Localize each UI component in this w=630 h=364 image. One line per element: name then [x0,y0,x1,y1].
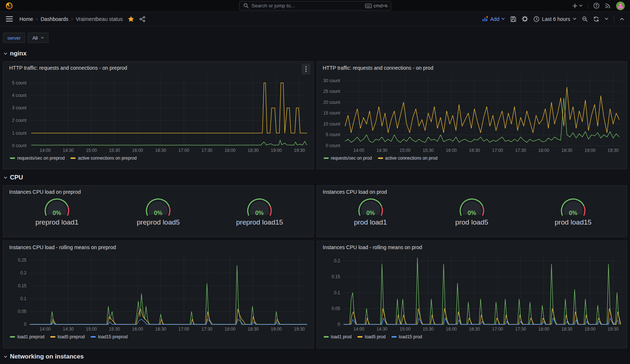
legend-item[interactable]: requests/sec on preprod [10,156,65,161]
breadcrumb-home[interactable]: Home [19,16,33,22]
series-line [30,319,307,324]
top-bar: cmd+k [0,0,630,12]
dashboard-settings-button[interactable] [522,16,528,22]
y-axis-tick: 0.2 [334,258,340,263]
x-axis-tick: 15:30 [109,327,120,332]
x-axis-tick: 16:30 [155,148,166,153]
time-range-picker[interactable]: Last 6 hours [534,16,576,22]
gauge-arc: 0% [357,197,385,218]
add-panel-button[interactable]: Add [482,16,505,22]
gauge-label: prod load15 [555,218,591,226]
x-axis-tick: 14:00 [353,327,364,332]
new-button[interactable] [572,3,583,8]
search-input[interactable]: cmd+k [239,1,391,11]
x-axis-tick: 17:00 [178,327,189,332]
save-dashboard-button[interactable] [510,16,516,22]
legend-item[interactable]: load5 preprod [50,334,85,339]
legend-item[interactable]: active connections on preprod [70,156,136,161]
panel-title[interactable]: Instances CPU load on preprod [6,188,310,196]
menu-toggle-button[interactable] [6,16,13,22]
panel-title[interactable]: Instances CPU load on prod [320,188,624,196]
panel-http-prod: HTTP traffic: requests and connections -… [317,61,627,169]
x-axis-tick: 18:00 [225,327,236,332]
y-axis-tick: 25 count [323,89,340,94]
legend-item[interactable]: load1 preprod [10,334,44,339]
x-axis-tick: 19:00 [271,148,282,153]
variable-label-server[interactable]: server [3,33,25,43]
x-axis-tick: 14:30 [63,148,74,153]
x-axis-tick: 19:30 [607,327,618,332]
breadcrumb-dashboards[interactable]: Dashboards [41,16,69,22]
gauge-arc: 0% [458,197,486,218]
refresh-interval-dropdown[interactable] [605,18,608,20]
panel-title[interactable]: HTTP traffic: requests and connections -… [320,64,624,72]
legend-swatch [50,336,55,338]
chart-legend: requests/sec on preprodactive connection… [6,154,310,161]
legend-swatch [392,336,397,338]
y-axis-tick: 0.15 [331,274,340,279]
variable-value-dropdown[interactable]: All [28,33,48,43]
panel-menu-button[interactable] [302,63,310,74]
chart-canvas[interactable]: 00.050.10.150.20.2514:0014:3015:0015:301… [6,251,310,333]
row-header-nginx[interactable]: nginx [4,49,627,58]
gauge-value: 0% [154,210,163,216]
legend-item[interactable]: requests/sec on prod [324,156,372,161]
breadcrumb: Home › Dashboards › Vraimentbeau status [19,16,123,22]
clock-icon [534,16,539,22]
y-axis-tick: 15 count [323,110,340,116]
x-axis-tick: 17:30 [201,327,212,332]
x-axis-tick: 15:30 [422,148,433,153]
y-axis-tick: 0 [24,322,26,327]
y-axis-tick: 3 count [12,105,27,110]
legend-item[interactable]: load5 prod [357,334,386,339]
gauge-arc: 0% [144,197,172,218]
collapse-toolbar-button[interactable] [620,18,624,21]
search-field[interactable] [252,3,362,8]
add-panel-icon [482,16,488,22]
y-axis-tick: 0.15 [18,283,27,288]
x-axis-tick: 17:00 [492,327,503,332]
row-header-networking[interactable]: Networking on instances [4,352,627,361]
legend-item[interactable]: active connections on prod [378,156,438,161]
y-axis-tick: 0 count [325,143,340,148]
x-axis-tick: 19:00 [584,148,595,153]
share-button[interactable] [139,16,145,22]
gauge-value: 0% [255,210,264,216]
row-header-cpu[interactable]: CPU [4,173,627,182]
panel-title[interactable]: Instances CPU load - rolling means on pr… [6,243,310,251]
chart-canvas[interactable]: 00.050.10.150.214:0014:3015:0015:3016:00… [320,251,624,333]
variables-row: server All [3,26,627,48]
legend-label: load1 preprod [17,334,44,339]
gauge: 0%preprod load1 [6,196,108,226]
chart-canvas[interactable]: 0 count5 count10 count15 count20 count25… [320,72,624,154]
x-axis-tick: 18:30 [561,148,572,153]
series-line [343,258,620,324]
legend-swatch [91,336,96,338]
legend-item[interactable]: load15 prod [392,334,422,339]
legend-label: load15 preprod [98,334,128,339]
x-axis-tick: 19:30 [294,327,305,332]
y-axis-tick: 0.1 [20,296,26,301]
favorite-star-button[interactable] [128,16,134,22]
zoom-out-button[interactable] [582,16,588,22]
x-axis-tick: 15:00 [86,148,97,153]
news-rss-button[interactable] [605,3,611,9]
panel-title[interactable]: HTTP traffic: requests and connections -… [6,64,310,72]
panel-title[interactable]: Instances CPU load - rolling means on pr… [320,243,624,251]
x-axis-tick: 14:30 [63,327,74,332]
grafana-logo[interactable] [5,2,13,10]
x-axis-tick: 16:00 [132,327,143,332]
help-button[interactable] [593,3,600,9]
user-avatar[interactable] [616,1,625,10]
legend-swatch [10,157,15,159]
refresh-button[interactable] [593,16,599,22]
legend-item[interactable]: load15 preprod [91,334,128,339]
legend-item[interactable]: load1 prod [324,334,352,339]
chart-legend: load1 preprodload5 preprodload15 preprod [6,333,310,339]
chart-canvas[interactable]: 0 count1 count2 count3 count4 count5 cou… [6,72,310,154]
x-axis-tick: 16:30 [469,327,480,332]
legend-label: load15 prod [399,334,422,339]
x-axis-tick: 19:00 [271,327,282,332]
x-axis-tick: 16:00 [445,327,456,332]
breadcrumb-bar: Home › Dashboards › Vraimentbeau status … [0,12,630,26]
